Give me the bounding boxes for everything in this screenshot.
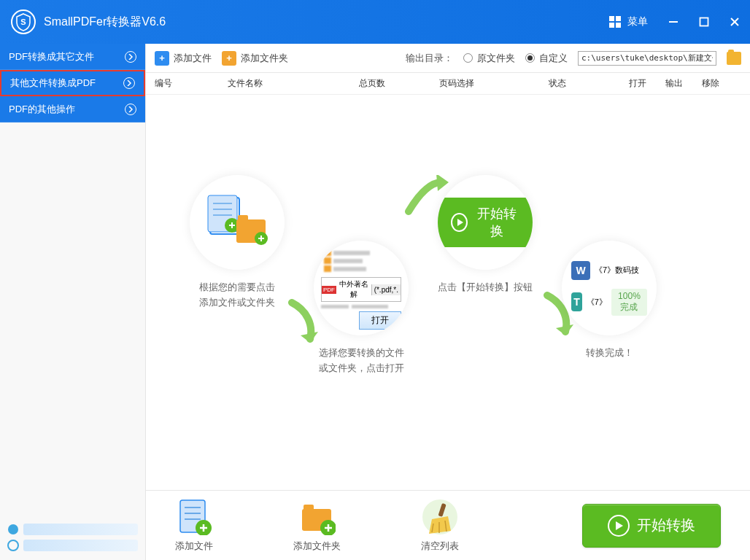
col-output: 输出 [665, 77, 702, 90]
app-logo: S [9, 7, 38, 36]
chevron-right-icon [123, 77, 135, 89]
add-folder-label: 添加文件夹 [241, 52, 288, 65]
browse-folder-button[interactable] [727, 52, 741, 65]
ie-link[interactable] [7, 540, 138, 551]
menu-button[interactable]: 菜单 [608, 15, 648, 28]
sidebar-item-label: PDF转换成其它文件 [9, 50, 94, 63]
add-folder-button[interactable]: + 添加文件夹 [222, 51, 288, 66]
guide-step-3: 开始转换 点击【开始转换】按钮 [438, 175, 533, 295]
col-filename: 文件名称 [228, 77, 359, 90]
toolbar: + 添加文件 + 添加文件夹 输出目录： 原文件夹 自定义 [146, 44, 750, 73]
add-file-button[interactable]: + 添加文件 [155, 51, 212, 66]
svg-point-10 [8, 524, 18, 534]
chevron-right-icon [125, 51, 136, 63]
bottom-clear-list[interactable]: 清空列表 [421, 499, 459, 553]
col-status: 状态 [549, 77, 629, 90]
step4-caption: 转换完成！ [562, 346, 657, 361]
col-index: 编号 [155, 77, 228, 90]
col-page-select: 页码选择 [439, 77, 549, 90]
bottom-add-file[interactable]: 添加文件 [175, 499, 213, 553]
minimize-button[interactable] [667, 15, 680, 28]
svg-rect-4 [609, 23, 614, 28]
close-button[interactable] [728, 15, 741, 28]
maximize-button[interactable] [697, 15, 711, 28]
guide-step-2: PDF中外著名解(*.pdf,*. 打开 选择您要转换的文件 或文件夹，点击打开 [314, 241, 409, 376]
guide-step-4: W《7》数码技 T《7》100% 完成 转换完成！ [562, 241, 657, 361]
qq-icon [7, 524, 19, 535]
svg-point-11 [8, 540, 18, 551]
complete-illustration: W《7》数码技 T《7》100% 完成 [565, 255, 653, 322]
file-dialog-illustration: PDF中外著名解(*.pdf,*. 打开 [321, 246, 401, 330]
step2-caption: 选择您要转换的文件 或文件夹，点击打开 [314, 346, 409, 376]
play-icon [451, 213, 468, 232]
sidebar-item-label: PDF的其他操作 [9, 103, 75, 116]
add-file-label: 添加文件 [174, 52, 212, 65]
bottom-bar: 添加文件 添加文件夹 清空列表 开始转换 [146, 490, 750, 560]
add-folder-icon: + [222, 51, 236, 66]
add-file-icon [176, 499, 212, 535]
svg-text:S: S [20, 18, 26, 26]
radio-checked-icon [525, 53, 535, 63]
radio-original-folder[interactable]: 原文件夹 [463, 52, 515, 65]
play-icon [608, 515, 630, 537]
radio-custom-folder[interactable]: 自定义 [525, 52, 568, 65]
broom-icon [422, 499, 458, 535]
svg-rect-7 [700, 18, 708, 26]
sidebar: PDF转换成其它文件 其他文件转换成PDF PDF的其他操作 [0, 44, 146, 560]
col-remove: 移除 [702, 77, 731, 90]
add-file-icon: + [155, 51, 169, 66]
col-pages: 总页数 [359, 77, 439, 90]
start-convert-button[interactable]: 开始转换 [582, 504, 721, 548]
add-folder-icon [299, 499, 336, 535]
start-convert-illustration: 开始转换 [438, 198, 533, 247]
output-dir-label: 输出目录： [406, 52, 453, 65]
svg-rect-2 [609, 16, 614, 21]
ie-icon [7, 540, 19, 551]
chevron-right-icon [125, 104, 136, 115]
step3-caption: 点击【开始转换】按钮 [438, 280, 533, 295]
sidebar-item-other-to-pdf[interactable]: 其他文件转换成PDF [0, 70, 145, 96]
app-title: SmallPDFer转换器V6.6 [44, 15, 608, 30]
radio-icon [463, 53, 473, 63]
social-links [0, 518, 145, 560]
svg-rect-5 [616, 23, 621, 28]
sidebar-item-label: 其他文件转换成PDF [10, 77, 96, 90]
svg-rect-27 [304, 505, 314, 510]
guide-step-1: 根据您的需要点击 添加文件或文件夹 [190, 175, 285, 311]
col-open: 打开 [629, 77, 665, 90]
add-files-illustration [204, 193, 270, 252]
output-path-input[interactable] [578, 51, 716, 66]
sidebar-item-pdf-to-other[interactable]: PDF转换成其它文件 [0, 44, 145, 70]
qq-link[interactable] [7, 524, 138, 535]
grid-icon [608, 15, 622, 28]
svg-rect-19 [238, 215, 248, 221]
step1-caption: 根据您的需要点击 添加文件或文件夹 [190, 280, 285, 311]
menu-label: 菜单 [627, 15, 648, 28]
sidebar-item-pdf-other-ops[interactable]: PDF的其他操作 [0, 96, 145, 122]
guide-canvas: 根据您的需要点击 添加文件或文件夹 PDF中外著名解(*.pdf,*. 打开 [146, 95, 750, 490]
bottom-add-folder[interactable]: 添加文件夹 [293, 499, 341, 553]
svg-rect-3 [616, 16, 621, 21]
table-header: 编号 文件名称 总页数 页码选择 状态 打开 输出 移除 [146, 73, 750, 95]
